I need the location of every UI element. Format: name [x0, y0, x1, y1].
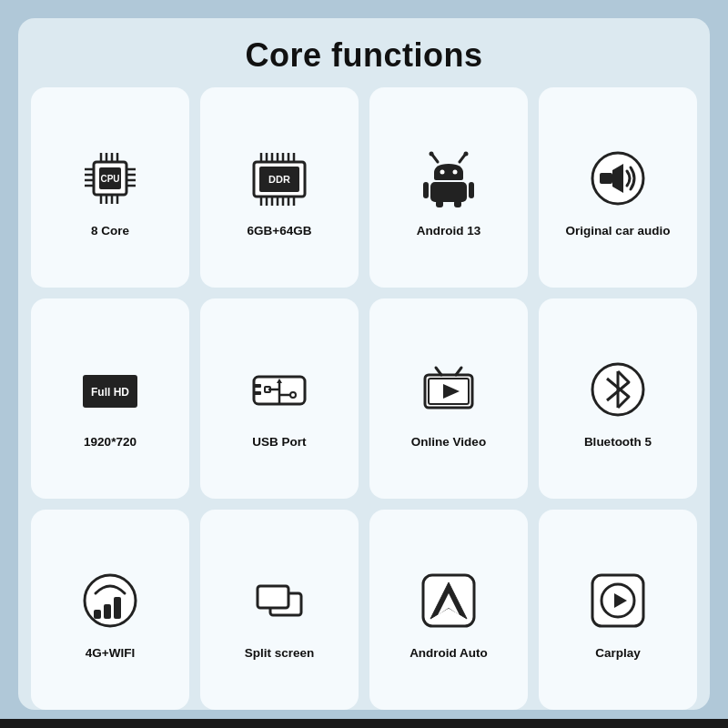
- split-icon: [243, 564, 316, 637]
- svg-text:Full HD: Full HD: [91, 386, 129, 399]
- svg-line-38: [460, 155, 465, 162]
- svg-rect-44: [469, 182, 474, 198]
- feature-card-fullhd: Full HD 1920*720: [31, 298, 189, 499]
- svg-point-41: [453, 169, 458, 174]
- carplay-label: Carplay: [595, 646, 641, 660]
- svg-rect-60: [254, 384, 261, 388]
- feature-card-ddr: DDR 6GB+64GB: [200, 87, 359, 288]
- svg-rect-43: [423, 182, 429, 198]
- split-label: Split screen: [245, 646, 315, 660]
- feature-card-split: Split screen: [200, 510, 359, 710]
- svg-rect-48: [600, 173, 612, 184]
- svg-text:CPU: CPU: [100, 174, 119, 184]
- svg-rect-61: [254, 391, 261, 395]
- android-icon: [412, 142, 485, 215]
- page-title: Core functions: [245, 36, 482, 75]
- auto-label: Android Auto: [410, 646, 488, 660]
- svg-rect-45: [436, 200, 443, 207]
- feature-card-cpu: CPU 8 Core: [31, 87, 189, 288]
- top-part: Core functions CPU: [0, 0, 728, 719]
- feature-card-carplay: Carplay: [539, 510, 697, 710]
- audio-icon: [581, 142, 654, 215]
- svg-line-36: [432, 155, 438, 162]
- ddr-icon: DDR: [243, 142, 316, 215]
- video-label: Online Video: [411, 435, 486, 449]
- 4g-label: 4G+WIFI: [86, 646, 135, 660]
- audio-label: Original car audio: [566, 224, 671, 238]
- feature-card-bluetooth: Bluetooth 5: [539, 298, 697, 499]
- svg-rect-71: [114, 597, 121, 619]
- ddr-label: 6GB+64GB: [248, 224, 312, 238]
- feature-card-auto: Android Auto: [369, 510, 528, 710]
- auto-icon: [412, 564, 485, 637]
- bottom-bar: The product is easy to install, plug and…: [0, 719, 728, 728]
- video-icon: [412, 353, 485, 426]
- android-label: Android 13: [417, 224, 481, 238]
- svg-point-39: [464, 151, 469, 156]
- svg-text:DDR: DDR: [268, 174, 290, 185]
- features-grid: CPU 8 Core: [31, 87, 697, 710]
- feature-card-4g: 4G+WIFI: [31, 510, 189, 710]
- page-wrapper: Core functions CPU: [0, 0, 728, 728]
- svg-rect-46: [454, 200, 461, 207]
- fullhd-icon: Full HD: [74, 353, 147, 426]
- bluetooth-icon: [581, 353, 654, 426]
- svg-point-37: [430, 151, 434, 156]
- feature-card-usb: USB Port: [200, 298, 359, 499]
- bluetooth-label: Bluetooth 5: [584, 435, 652, 449]
- cpu-label: 8 Core: [91, 224, 129, 238]
- feature-card-video: Online Video: [369, 298, 528, 499]
- cpu-icon: CPU: [74, 142, 147, 215]
- svg-rect-42: [430, 182, 467, 202]
- usb-icon: [243, 353, 316, 426]
- 4g-icon: [74, 564, 147, 637]
- main-container: Core functions CPU: [18, 18, 710, 710]
- svg-point-40: [440, 169, 445, 174]
- feature-card-android: Android 13: [369, 87, 528, 288]
- fullhd-label: 1920*720: [84, 435, 136, 449]
- svg-rect-73: [258, 586, 288, 608]
- carplay-icon: [581, 564, 654, 637]
- svg-rect-70: [104, 604, 111, 619]
- usb-label: USB Port: [252, 435, 306, 449]
- feature-card-audio: Original car audio: [539, 87, 697, 288]
- svg-rect-69: [94, 610, 101, 619]
